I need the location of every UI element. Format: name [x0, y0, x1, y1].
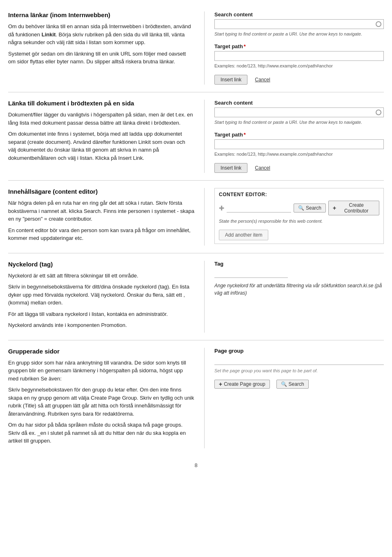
- heading-interna-lankar: Interna länkar (inom Internwebben): [8, 11, 194, 18]
- create-contributor-label: Create Contributor: [338, 202, 375, 214]
- para-grupp-1: En grupp sidor som har nära anknytning t…: [8, 359, 194, 383]
- search-radio-1: [376, 21, 381, 27]
- para-nyckelord-2: Skriv in begynnelsebokstäverna för ditt/…: [8, 283, 194, 307]
- left-col-interna-lankar: Interna länkar (inom Internwebben) Om du…: [8, 11, 204, 85]
- create-contributor-button[interactable]: + Create Contributor: [328, 201, 379, 215]
- cancel-button-1[interactable]: Cancel: [251, 75, 274, 84]
- left-col-lanka-dokument: Länka till dokument i brödtexten på en s…: [8, 100, 204, 173]
- para-innehall-2: En content editor bör vara den person so…: [8, 226, 194, 242]
- search-content-input-2[interactable]: [214, 107, 384, 117]
- target-path-section-1: Target path* Examples: node/123, http://…: [214, 43, 384, 69]
- heading-innehallsagare: Innehållsägare (content editor): [8, 188, 194, 195]
- heading-lanka-dokument: Länka till dokument i brödtexten på en s…: [8, 100, 194, 107]
- search-content-label-1: Search content: [214, 11, 384, 18]
- content-editor-row: ✚ 🔍 Search + Create Contributor: [219, 201, 379, 215]
- para-nyckelord-4: Nyckelord används inte i komponenten Pro…: [8, 321, 194, 329]
- tag-label: Tag: [214, 261, 384, 267]
- content-editor-title: CONTENT EDITOR:: [219, 192, 379, 197]
- para-dokument-2: Om dokumentet inte finns i systemet, bör…: [8, 130, 194, 162]
- right-col-interna-lankar: Search content Start typing to find cont…: [204, 11, 384, 85]
- para-nyckelord-3: För att lägga till valbara nyckelord i l…: [8, 310, 194, 318]
- right-col-grupperade: Page group Set the page group you want t…: [204, 348, 384, 448]
- example-text-2: Examples: node/123, http://www.example.c…: [214, 151, 384, 158]
- search-content-label-2: Search content: [214, 100, 384, 106]
- target-path-input-2[interactable]: [214, 139, 384, 149]
- search-label: Search: [306, 205, 321, 211]
- search-contributor-button[interactable]: 🔍 Search: [294, 204, 326, 213]
- cancel-button-2[interactable]: Cancel: [251, 163, 274, 172]
- insert-link-button-1[interactable]: Insert link: [214, 75, 247, 85]
- heading-nyckelord: Nyckelord (tag): [8, 261, 194, 268]
- page-number: 8: [8, 462, 384, 468]
- para-grupp-2: Skriv begynnelsebokstaven för den grupp …: [8, 386, 194, 418]
- section-nyckelord: Nyckelord (tag) Nyckelord är ett sätt at…: [8, 253, 384, 340]
- search-field-wrapper-2: [214, 107, 384, 117]
- para-innehall-1: När högra delen på en ruta har en ring g…: [8, 199, 194, 223]
- button-row-2: Insert link Cancel: [214, 163, 384, 173]
- para-interna-2: Systemet gör sedan om din länkning till …: [8, 50, 194, 66]
- para-dokument-1: Dokument/filer lägger du vanligtvis i hö…: [8, 111, 194, 127]
- search-page-group-label: Search: [289, 381, 304, 387]
- search-content-section-1: Search content Start typing to find cont…: [214, 11, 384, 38]
- page-group-input[interactable]: [214, 356, 384, 365]
- target-path-label-1: Target path*: [214, 43, 384, 49]
- search-page-group-button[interactable]: 🔍 Search: [276, 380, 309, 389]
- example-text-1: Examples: node/123, http://www.example.c…: [214, 63, 384, 69]
- page-wrapper: Interna länkar (inom Internwebben) Om du…: [0, 0, 392, 481]
- left-col-innehallsagare: Innehållsägare (content editor) När högr…: [8, 188, 204, 246]
- search-content-section-2: Search content Start typing to find cont…: [214, 100, 384, 126]
- right-col-innehallsagare: CONTENT EDITOR: ✚ 🔍 Search + Create Cont…: [204, 188, 384, 246]
- page-group-hint: Set the page group you want this page to…: [214, 367, 384, 374]
- create-page-group-plus-icon: +: [219, 381, 222, 387]
- search-radio-2: [376, 110, 381, 115]
- search-icon: 🔍: [298, 205, 304, 211]
- drag-handle-icon[interactable]: ✚: [219, 204, 224, 212]
- section-interna-lankar: Interna länkar (inom Internwebben) Om du…: [8, 4, 384, 92]
- add-another-item-button[interactable]: Add another item: [219, 230, 268, 240]
- create-page-group-label: Create Page group: [224, 381, 265, 387]
- target-path-input-1[interactable]: [214, 51, 384, 61]
- target-path-label-2: Target path*: [214, 132, 384, 138]
- section-innehallsagare: Innehållsägare (content editor) När högr…: [8, 180, 384, 253]
- tag-italic-text: Ange nyckelord för att underlätta filtre…: [214, 282, 384, 297]
- right-col-lanka-dokument: Search content Start typing to find cont…: [204, 100, 384, 173]
- plus-icon: +: [333, 205, 336, 211]
- insert-link-button-2[interactable]: Insert link: [214, 163, 247, 173]
- search-content-input-1[interactable]: [214, 19, 384, 29]
- state-text: State the person(s) responsible for this…: [219, 218, 379, 225]
- tag-input[interactable]: [214, 269, 288, 278]
- para-interna-1: Om du behöver länka till en annan sida p…: [8, 22, 194, 47]
- search-page-group-icon: 🔍: [281, 381, 287, 387]
- target-path-section-2: Target path* Examples: node/123, http://…: [214, 132, 384, 158]
- search-field-wrapper-1: [214, 19, 384, 29]
- left-col-nyckelord: Nyckelord (tag) Nyckelord är ett sätt at…: [8, 261, 204, 333]
- content-editor-box: CONTENT EDITOR: ✚ 🔍 Search + Create Cont…: [214, 188, 384, 244]
- page-group-label: Page group: [214, 348, 384, 354]
- section-lanka-dokument: Länka till dokument i brödtexten på en s…: [8, 92, 384, 180]
- section-grupperade-sidor: Grupperade sidor En grupp sidor som har …: [8, 340, 384, 456]
- search-hint-1: Start typing to find content or paste a …: [214, 31, 384, 38]
- para-nyckelord-1: Nyckelord är ett sätt att filtrera sökni…: [8, 272, 194, 280]
- editor-name-input[interactable]: [227, 204, 291, 213]
- button-row-1: Insert link Cancel: [214, 75, 384, 85]
- create-page-group-button[interactable]: + Create Page group: [214, 380, 270, 389]
- right-col-nyckelord: Tag Ange nyckelord för att underlätta fi…: [204, 261, 384, 333]
- page-group-actions: + Create Page group 🔍 Search: [214, 380, 384, 389]
- para-grupp-3: Om du har sidor på båda språken måste du…: [8, 421, 194, 445]
- left-col-grupperade: Grupperade sidor En grupp sidor som har …: [8, 348, 204, 448]
- heading-grupperade: Grupperade sidor: [8, 348, 194, 355]
- search-hint-2: Start typing to find content or paste a …: [214, 119, 384, 126]
